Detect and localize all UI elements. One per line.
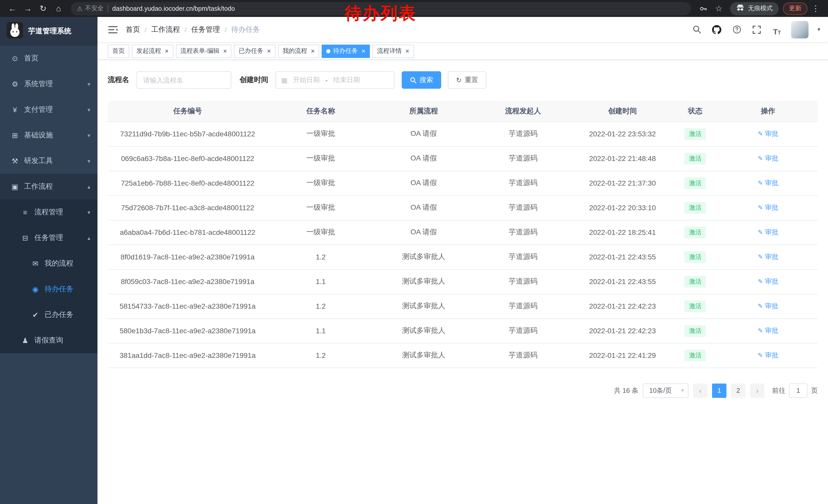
- password-key-icon[interactable]: [696, 1, 710, 16]
- close-icon[interactable]: ×: [223, 48, 227, 54]
- close-icon[interactable]: ×: [165, 48, 169, 54]
- tab[interactable]: 待办任务 ×: [322, 44, 370, 58]
- breadcrumb-item[interactable]: 待办任务 /: [231, 25, 260, 34]
- breadcrumb-item[interactable]: 任务管理 /: [191, 25, 232, 34]
- avatar[interactable]: [791, 21, 809, 38]
- cell-action: ✎ 审批: [718, 122, 818, 146]
- sidebar-item-label: 研发工具: [24, 156, 83, 166]
- sidebar-item[interactable]: ▣ 工作流程 ▾ ▴: [0, 174, 97, 199]
- next-page-button[interactable]: ›: [750, 383, 764, 398]
- bookmark-star-icon[interactable]: ☆: [711, 1, 726, 16]
- cell-task-name: 1.1: [267, 269, 374, 294]
- breadcrumb-item[interactable]: 工作流程 /: [151, 25, 191, 34]
- hamburger-icon[interactable]: [105, 22, 121, 37]
- page-size-select[interactable]: 10条/页 ▾: [643, 383, 689, 398]
- approve-link[interactable]: ✎ 审批: [758, 351, 778, 360]
- forward-icon[interactable]: →: [20, 1, 35, 16]
- caret-down-icon: ▾: [681, 387, 684, 394]
- home-icon[interactable]: ⌂: [51, 1, 66, 16]
- approve-link[interactable]: ✎ 审批: [758, 129, 778, 138]
- cell-created-time: 2022-01-22 18:25:41: [573, 220, 672, 244]
- search-icon[interactable]: [691, 24, 703, 35]
- refresh-icon[interactable]: ↻: [36, 1, 50, 16]
- approve-link[interactable]: ✎ 审批: [758, 277, 778, 286]
- sidebar-item[interactable]: ✉ 我的流程 ▾ ▴: [0, 251, 97, 276]
- security-status[interactable]: ⚠ 不安全: [77, 4, 104, 13]
- cell-process: 测试多审批人: [374, 318, 473, 343]
- tab[interactable]: 我的流程 ×: [278, 44, 319, 58]
- todo-task-table: 任务编号 任务名称 所属流程 流程发起人 创建时间 状态: [108, 101, 818, 368]
- sidebar-item-label: 系统管理: [24, 80, 83, 89]
- process-name-input[interactable]: [136, 71, 232, 89]
- cell-action: ✎ 审批: [718, 244, 818, 269]
- reset-button[interactable]: ↻ 重置: [448, 71, 486, 89]
- approve-link[interactable]: ✎ 审批: [758, 326, 778, 335]
- approve-link[interactable]: ✎ 审批: [758, 154, 778, 163]
- sidebar-item[interactable]: ♟ 请假查询 ▾ ▴: [0, 328, 97, 353]
- sidebar-item-label: 我的流程: [45, 259, 90, 268]
- status-badge: 激活: [685, 202, 706, 214]
- tab[interactable]: 发起流程 ×: [132, 44, 173, 58]
- tab-label: 我的流程: [283, 47, 307, 55]
- sidebar-item[interactable]: ≡ 流程管理 ▾ ▴: [0, 199, 97, 225]
- page-number-button[interactable]: 1: [712, 383, 727, 398]
- cell-task-id: 8f059c03-7ac8-11ec-a9e2-a2380e71991a: [108, 269, 267, 294]
- browser-menu-icon[interactable]: ⋮: [809, 1, 823, 16]
- url-text[interactable]: dashboard.yudao.iocoder.cn/bpm/task/todo: [112, 5, 235, 12]
- sidebar-item-label: 请假查询: [34, 336, 90, 345]
- column-header: 操作: [718, 101, 818, 122]
- sidebar-item[interactable]: ✔ 已办任务 ▾ ▴: [0, 302, 97, 328]
- chrome-update-button[interactable]: 更新: [783, 2, 808, 15]
- tab[interactable]: 流程详情 ×: [372, 44, 414, 58]
- edit-icon: ✎: [758, 204, 763, 211]
- date-range-picker[interactable]: ▦ 开始日期 - 结束日期: [276, 71, 395, 89]
- edit-icon: ✎: [758, 253, 763, 261]
- approve-link[interactable]: ✎ 审批: [758, 203, 778, 212]
- tab[interactable]: 首页 ×: [108, 44, 129, 58]
- page-number-button[interactable]: 2: [731, 383, 745, 398]
- sidebar-item[interactable]: ⚙ 系统管理 ▾ ▴: [0, 71, 97, 97]
- fullscreen-icon[interactable]: [751, 24, 762, 35]
- approve-link[interactable]: ✎ 审批: [758, 178, 778, 188]
- close-icon[interactable]: ×: [362, 48, 365, 54]
- sidebar-item[interactable]: ⊞ 基础设施 ▾ ▴: [0, 123, 97, 148]
- sidebar-item-label: 流程管理: [34, 208, 83, 217]
- yen-icon: ¥: [10, 106, 19, 114]
- table-row: 725a1eb6-7b88-11ec-8ef0-acde48001122 一级审…: [108, 171, 818, 195]
- font-size-icon[interactable]: TT: [771, 24, 783, 35]
- sidebar-item[interactable]: ⚒ 研发工具 ▾ ▴: [0, 148, 97, 174]
- app-logo-row[interactable]: 芋道管理系统: [0, 17, 97, 46]
- github-icon[interactable]: [711, 24, 722, 35]
- address-bar[interactable]: ⚠ 不安全 dashboard.yudao.iocoder.cn/bpm/tas…: [71, 2, 691, 15]
- tab[interactable]: 已办任务 ×: [234, 44, 275, 58]
- edit-icon: ✎: [758, 303, 763, 310]
- approve-link[interactable]: ✎ 审批: [758, 252, 778, 262]
- goto-page-input[interactable]: [789, 383, 808, 398]
- table-row: 069c6a63-7b8a-11ec-8ef0-acde48001122 一级审…: [108, 146, 818, 171]
- cell-status: 激活: [672, 318, 718, 343]
- search-button[interactable]: 搜索: [402, 71, 441, 89]
- prev-page-button[interactable]: ‹: [693, 383, 707, 398]
- screen: ← → ↻ ⌂ ⚠ 不安全 dashboard.yudao.iocoder.cn…: [0, 0, 828, 504]
- close-icon[interactable]: ×: [267, 48, 271, 54]
- close-icon[interactable]: ×: [311, 48, 315, 54]
- cell-action: ✎ 审批: [718, 318, 818, 343]
- cell-task-name: 1.1: [267, 318, 374, 343]
- help-icon[interactable]: [731, 24, 743, 35]
- sidebar-item[interactable]: ⊙ 首页 ▾ ▴: [0, 46, 97, 71]
- cell-task-name: 一级审批: [267, 146, 374, 171]
- column-header: 流程发起人: [473, 101, 573, 122]
- sidebar-item[interactable]: ⊟ 任务管理 ▾ ▴: [0, 225, 97, 251]
- close-icon[interactable]: ×: [405, 48, 409, 54]
- tab[interactable]: 流程表单-编辑 ×: [176, 44, 232, 58]
- sidebar-item[interactable]: ◉ 待办任务 ▾ ▴: [0, 276, 97, 302]
- breadcrumb-item[interactable]: 首页 /: [126, 25, 151, 34]
- task-mgmt-icon: ⊟: [20, 234, 30, 242]
- approve-link[interactable]: ✎ 审批: [758, 228, 778, 237]
- sidebar-item[interactable]: ¥ 支付管理 ▾ ▴: [0, 97, 97, 123]
- cell-status: 激活: [672, 343, 718, 368]
- caret-down-icon[interactable]: ▾: [818, 26, 820, 33]
- back-icon[interactable]: ←: [5, 1, 19, 16]
- column-header: 状态: [672, 101, 718, 122]
- approve-link[interactable]: ✎ 审批: [758, 302, 778, 311]
